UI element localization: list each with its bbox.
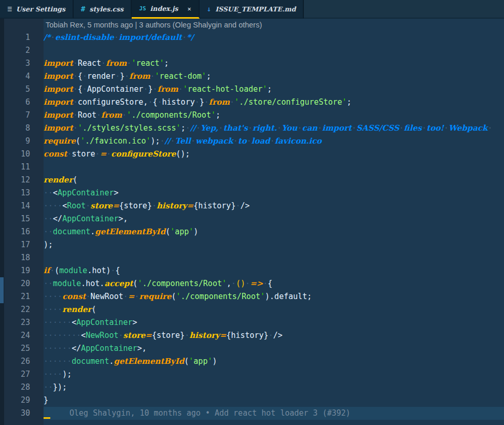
line-number[interactable]: 27 — [0, 368, 44, 381]
line-number[interactable]: 9 — [0, 135, 44, 148]
line-number[interactable]: 13 — [0, 187, 44, 200]
code-line[interactable]: ··</AppContainer>, — [44, 212, 504, 225]
line-number[interactable]: 3 — [0, 57, 44, 70]
git-modified-marker — [0, 277, 4, 303]
code-row: 11 — [0, 161, 504, 174]
code-line[interactable]: if·(module.hot)·{ — [44, 264, 504, 277]
code-row: 3import·React·from·'react'; — [0, 57, 504, 70]
code-row: 23······<AppContainer> — [0, 316, 504, 329]
line-number[interactable]: 12 — [0, 174, 44, 187]
tab-styles-css[interactable]: # styles.css — [74, 0, 132, 19]
line-number[interactable]: 4 — [0, 70, 44, 83]
code-row: 8import·'./styles/styles.scss';·//·Yep,·… — [0, 122, 504, 135]
code-line[interactable] — [44, 161, 504, 174]
blame-lens[interactable]: Tobiah Rex, 5 months ago | 3 authors (Ol… — [0, 19, 504, 31]
code-row: 29} — [0, 394, 504, 407]
line-number[interactable]: 28 — [0, 381, 44, 394]
line-number[interactable]: 15 — [0, 212, 44, 225]
code-line[interactable]: ··<AppContainer> — [44, 187, 504, 200]
line-number[interactable]: 7 — [0, 109, 44, 122]
line-number[interactable]: 26 — [0, 355, 44, 368]
tab-user-settings[interactable]: ≡ User Settings — [0, 0, 74, 19]
tab-bar: ≡ User Settings # styles.css JS index.js… — [0, 0, 504, 19]
code-row: 6import·configureStore,·{·history·}·from… — [0, 96, 504, 109]
code-row: 20··module.hot.accept('./components/Root… — [0, 277, 504, 290]
line-number[interactable]: 22 — [0, 303, 44, 316]
line-number[interactable]: 17 — [0, 238, 44, 251]
code-line[interactable]: import·configureStore,·{·history·}·from·… — [44, 96, 504, 109]
code-area[interactable]: 1/*·eslint-disable·import/default·*/23im… — [0, 31, 504, 420]
line-number[interactable]: 18 — [0, 251, 44, 264]
code-line[interactable] — [44, 251, 504, 264]
code-line[interactable] — [44, 44, 504, 57]
tab-label: styles.css — [89, 5, 123, 13]
inline-blame: Oleg Shalygin, 10 months ago • Add react… — [69, 408, 351, 418]
tab-index-js[interactable]: JS index.js ✕ — [132, 0, 199, 19]
code-line[interactable]: ····const·NewRoot·=·require('./component… — [44, 290, 504, 303]
code-line[interactable]: ··}); — [44, 381, 504, 394]
tab-bar-empty-space — [304, 0, 504, 19]
tab-label: User Settings — [16, 5, 65, 13]
code-line[interactable]: ····render( — [44, 303, 504, 316]
line-number[interactable]: 11 — [0, 161, 44, 174]
tab-label: ISSUE_TEMPLATE.md — [215, 5, 296, 13]
line-number[interactable]: 30 — [0, 407, 44, 420]
code-line[interactable]: ··module.hot.accept('./components/Root',… — [44, 277, 504, 290]
code-row: 22····render( — [0, 303, 504, 316]
code-row: 28··}); — [0, 381, 504, 394]
code-line[interactable]: /*·eslint-disable·import/default·*/ — [44, 31, 504, 44]
code-line[interactable]: require('./favicon.ico');·//·Tell·webpac… — [44, 135, 504, 148]
code-line[interactable]: ········<NewRoot·store={store}·history={… — [44, 329, 504, 342]
code-line[interactable]: ····<Root·store={store}·history={history… — [44, 200, 504, 212]
code-row: 13··<AppContainer> — [0, 187, 504, 200]
code-row: 25······</AppContainer>, — [0, 342, 504, 355]
code-line[interactable]: import·React·from·'react'; — [44, 57, 504, 70]
text-cursor — [44, 417, 50, 419]
line-number[interactable]: 6 — [0, 96, 44, 109]
line-number[interactable]: 10 — [0, 148, 44, 161]
code-row: 14····<Root·store={store}·history={histo… — [0, 200, 504, 212]
code-line[interactable]: render( — [44, 174, 504, 187]
editor[interactable]: Tobiah Rex, 5 months ago | 3 authors (Ol… — [0, 19, 504, 425]
code-line[interactable]: ); — [44, 238, 504, 251]
code-row: 10const·store·=·configureStore(); — [0, 148, 504, 161]
code-row: 26······document.getElementById('app') — [0, 355, 504, 368]
code-line[interactable]: Oleg Shalygin, 10 months ago • Add react… — [44, 407, 504, 420]
code-line[interactable]: ······</AppContainer>, — [44, 342, 504, 355]
code-row: 17); — [0, 238, 504, 251]
code-line[interactable]: ······document.getElementById('app') — [44, 355, 504, 368]
tab-issue-template-md[interactable]: ↓ ISSUE_TEMPLATE.md — [200, 0, 304, 19]
line-number[interactable]: 29 — [0, 394, 44, 407]
code-line[interactable]: ··document.getElementById('app') — [44, 225, 504, 238]
js-icon: JS — [139, 6, 146, 11]
code-row: 19if·(module.hot)·{ — [0, 264, 504, 277]
line-number[interactable]: 21 — [0, 290, 44, 303]
line-number[interactable]: 20 — [0, 277, 44, 290]
line-number[interactable]: 8 — [0, 122, 44, 135]
line-number[interactable]: 14 — [0, 200, 44, 212]
line-number[interactable]: 16 — [0, 225, 44, 238]
code-line[interactable]: import·{·render·}·from·'react-dom'; — [44, 70, 504, 83]
close-icon[interactable]: ✕ — [187, 5, 191, 12]
code-line[interactable]: import·'./styles/styles.scss';·//·Yep,·t… — [44, 122, 504, 135]
line-number[interactable]: 24 — [0, 329, 44, 342]
arrow-down-icon: ↓ — [207, 5, 211, 12]
line-number[interactable]: 19 — [0, 264, 44, 277]
code-line[interactable]: const·store·=·configureStore(); — [44, 148, 504, 161]
code-row: 15··</AppContainer>, — [0, 212, 504, 225]
code-row: 30Oleg Shalygin, 10 months ago • Add rea… — [0, 407, 504, 420]
line-number[interactable]: 2 — [0, 44, 44, 57]
line-number[interactable]: 1 — [0, 31, 44, 44]
line-number[interactable]: 25 — [0, 342, 44, 355]
code-line[interactable]: } — [44, 394, 504, 407]
code-line[interactable]: ······<AppContainer> — [44, 316, 504, 329]
code-line[interactable]: ····); — [44, 368, 504, 381]
line-number[interactable]: 5 — [0, 83, 44, 96]
code-row: 18 — [0, 251, 504, 264]
list-icon: ≡ — [7, 5, 12, 13]
code-line[interactable]: import·{·AppContainer·}·from·'react-hot-… — [44, 83, 504, 96]
code-row: 9require('./favicon.ico');·//·Tell·webpa… — [0, 135, 504, 148]
code-line[interactable]: import·Root·from·'./components/Root'; — [44, 109, 504, 122]
line-number[interactable]: 23 — [0, 316, 44, 329]
code-row: 16··document.getElementById('app') — [0, 225, 504, 238]
